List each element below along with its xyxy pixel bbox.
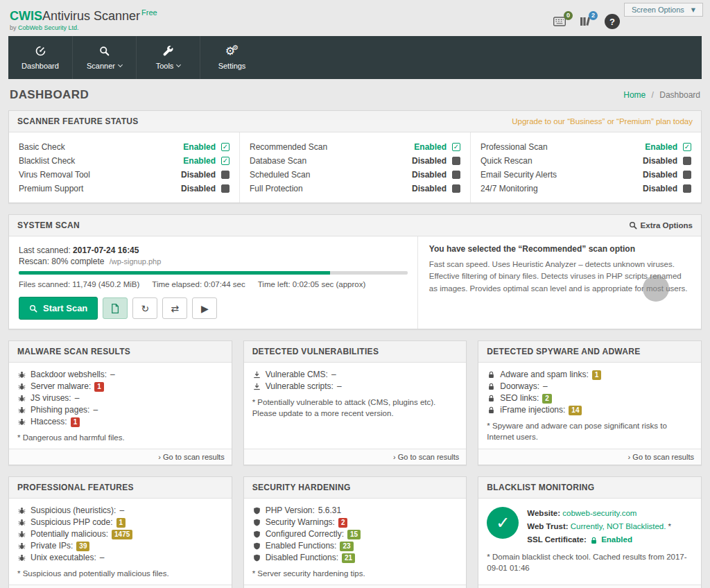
- count-badge: 1: [94, 382, 104, 392]
- summary-cards: MALWARE SCAN RESULTSBackdoor webshells:–…: [8, 340, 702, 588]
- card-item: Disabled Functions:21: [252, 553, 458, 563]
- ssl-value: Enabled: [601, 535, 632, 544]
- checkbox-off-icon: [683, 184, 691, 193]
- pagebar: DASHBOARD Home / Dashboard: [10, 88, 700, 102]
- card-title: SECURITY HARDENING: [252, 483, 351, 492]
- feature-label: Blacklist Check: [19, 156, 183, 166]
- card-item: Suspicious (heuristics):–: [17, 505, 223, 516]
- card-title-bar: PROFESSIONAL FEATURES: [9, 477, 232, 499]
- footer-link-detected-spyware-and-adware[interactable]: › Go to scan results: [628, 453, 694, 461]
- feature-status-text: Enabled: [183, 156, 216, 166]
- feature-row: Database ScanDisabled: [250, 155, 460, 166]
- console-count-badge: 0: [564, 11, 573, 20]
- card-note: * Suspicious and potentially malicious f…: [17, 568, 223, 579]
- app-header: CWISAntivirus ScannerFree by CobWeb Secu…: [0, 0, 710, 36]
- console-button[interactable]: 0: [553, 17, 566, 27]
- chevron-down-icon: [176, 62, 181, 67]
- panel-header: SYSTEM SCAN Extra Options: [9, 215, 701, 236]
- feature-label: Premium Support: [19, 184, 181, 193]
- last-scanned-value: 2017-07-24 16:45: [73, 245, 139, 255]
- count-badge: 1475: [112, 530, 132, 539]
- extra-options-button[interactable]: Extra Options: [629, 221, 693, 230]
- feature-status-text: Disabled: [412, 156, 447, 166]
- decorative-circle: [643, 275, 669, 302]
- plan-badge: Free: [141, 8, 157, 17]
- upgrade-plan-link[interactable]: Upgrade to our “Business” or “Premium” p…: [512, 117, 693, 126]
- card-note: * Potentially vulnerable to attack (CMS,…: [252, 397, 458, 419]
- card-footer: › Open sysinfo report: [244, 585, 467, 588]
- lock-icon: [487, 371, 496, 379]
- nav-item-label: Tools: [156, 62, 174, 70]
- dashboard-icon: [35, 45, 46, 57]
- rescan-line: Rescan: 80% complete /wp-signup.php: [19, 257, 408, 266]
- restart-scan-button[interactable]: ⇄: [162, 297, 187, 319]
- chevron-down-icon: [118, 62, 123, 67]
- nav-item-tools[interactable]: Tools: [136, 36, 200, 79]
- footer-link-malware-scan-results[interactable]: › Go to scan results: [158, 453, 224, 461]
- main-nav: DashboardScannerTools⚙⚙Settings: [8, 36, 702, 79]
- card-body: Adware and spam links:1Doorways:–SEO lin…: [478, 363, 701, 449]
- card-footer: › Go to scan results: [9, 449, 232, 465]
- restart-icon: ⇄: [171, 303, 179, 314]
- nav-item-scanner[interactable]: Scanner: [72, 36, 136, 79]
- refresh-icon: ↻: [141, 303, 149, 314]
- bug-icon: [17, 406, 26, 414]
- start-scan-button[interactable]: Start Scan: [19, 297, 98, 320]
- blacklist-details: Website: cobweb-security.comWeb Trust: C…: [527, 507, 671, 546]
- card-item: Private IPs:39: [17, 541, 223, 551]
- blacklist-summary: ✓Website: cobweb-security.comWeb Trust: …: [487, 507, 693, 546]
- library-button[interactable]: 2: [580, 17, 591, 27]
- card-footer: › Go to scan results: [478, 449, 701, 465]
- item-label: Security Warnings:: [266, 517, 335, 528]
- website-label: Website:: [527, 509, 560, 517]
- item-label: JS viruses:: [31, 393, 71, 404]
- item-label: Backdoor webshells:: [31, 370, 107, 380]
- footer-link-detected-vulnerabilities[interactable]: › Go to scan results: [393, 453, 459, 461]
- breadcrumb-home-link[interactable]: Home: [623, 90, 646, 100]
- refresh-scan-button[interactable]: ↻: [132, 297, 157, 319]
- product-name: Antivirus Scanner: [42, 9, 140, 23]
- feature-label: Database Scan: [250, 156, 412, 166]
- feature-label: Quick Rescan: [480, 156, 643, 166]
- card-footer: › Go to scan results: [244, 449, 467, 465]
- screen-options-label: Screen Options: [632, 6, 684, 14]
- checkbox-checked-icon: ✓: [452, 143, 460, 151]
- feature-row: Premium SupportDisabled: [19, 182, 230, 194]
- card-security-hardening: SECURITY HARDENINGPHP Version:5.6.31Secu…: [243, 476, 467, 588]
- checkbox-checked-icon: ✓: [683, 143, 691, 151]
- ssl-line: SSL Certificate: Enabled: [527, 533, 671, 546]
- card-detected-spyware-and-adware: DETECTED SPYWARE AND ADWAREAdware and sp…: [478, 340, 702, 465]
- scan-stats: Files scanned: 11,749 (450.2 MiB) Time e…: [19, 280, 408, 288]
- lock-icon: [590, 537, 598, 544]
- scan-report-button[interactable]: [103, 297, 128, 319]
- search-icon: [99, 45, 110, 57]
- card-body: PHP Version:5.6.31Security Warnings:2Con…: [244, 499, 467, 585]
- breadcrumb-current: Dashboard: [659, 90, 700, 100]
- gears-icon: ⚙⚙: [225, 45, 239, 57]
- nav-label-row: Dashboard: [21, 62, 59, 70]
- website-link[interactable]: cobweb-security.com: [562, 509, 637, 517]
- item-label: Potentially malicious:: [31, 529, 108, 539]
- feature-label: Email Security Alerts: [480, 170, 643, 180]
- checkbox-off-icon: [452, 184, 460, 193]
- company-link[interactable]: CobWeb Security Ltd.: [18, 24, 78, 31]
- nav-item-settings[interactable]: ⚙⚙Settings: [200, 36, 263, 79]
- document-icon: [111, 304, 119, 313]
- feature-status-text: Disabled: [181, 184, 216, 193]
- resume-scan-button[interactable]: ▶: [192, 297, 217, 319]
- page-title: DASHBOARD: [10, 88, 89, 102]
- count-badge: 1: [116, 518, 126, 528]
- item-label: Vulnerable CMS:: [266, 370, 328, 380]
- screen-options-toggle[interactable]: Screen Options ▼: [624, 3, 703, 17]
- card-body: Suspicious (heuristics):–Suspicious PHP …: [9, 499, 232, 585]
- bug-icon: [17, 507, 26, 514]
- item-label: Doorways:: [500, 381, 539, 392]
- nav-item-dashboard[interactable]: Dashboard: [8, 36, 72, 79]
- card-note: * Server security hardening tips.: [252, 568, 458, 579]
- website-line: Website: cobweb-security.com: [527, 507, 671, 520]
- help-button[interactable]: ?: [605, 14, 620, 29]
- feature-label: Full Protection: [250, 184, 412, 193]
- feature-status-text: Enabled: [414, 142, 447, 152]
- count-badge: 23: [340, 542, 353, 551]
- scanner-feature-status-panel: SCANNER FEATURE STATUS Upgrade to our “B…: [8, 110, 702, 203]
